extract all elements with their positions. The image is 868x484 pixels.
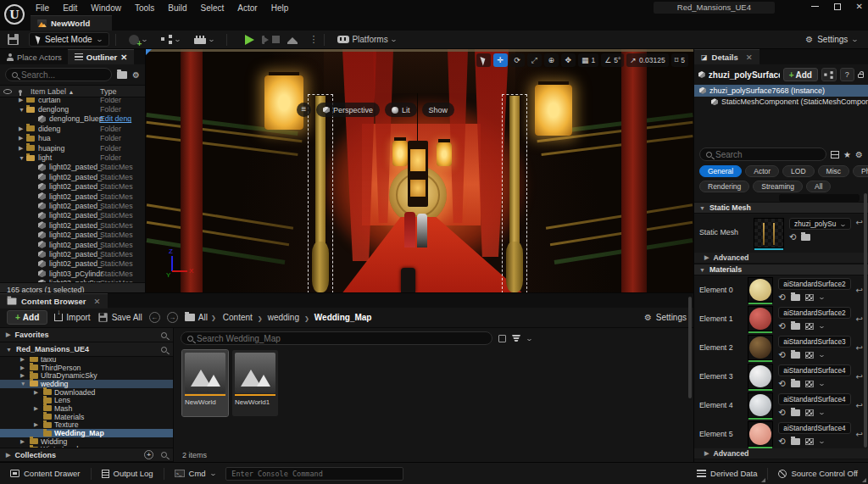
material-combobox[interactable]: aiStandardSurface4 [778, 393, 850, 405]
surface-snap-toggle[interactable]: ✥ [561, 53, 576, 67]
chevron-down-icon[interactable]: ⌄ [817, 437, 825, 445]
material-options-icon[interactable] [805, 409, 814, 416]
outliner-row[interactable]: ▼ denglong Folder [0, 104, 145, 114]
static-mesh-thumbnail[interactable] [754, 218, 784, 248]
outliner-row[interactable]: light02_pasted_ StaticMes [0, 163, 145, 172]
outliner-row[interactable]: light03_polySur StaticMes [0, 278, 145, 282]
folder-tree-row[interactable]: Lens [0, 396, 173, 404]
help-button[interactable]: ? [840, 68, 855, 81]
close-button[interactable]: ✕ [856, 2, 863, 11]
scale-snap-toggle[interactable]: ↗0.03125 [626, 53, 668, 67]
save-icon[interactable] [8, 34, 19, 45]
material-thumbnail[interactable] [748, 392, 773, 418]
add-component-button[interactable]: +Add [783, 68, 818, 81]
reset-property-icon[interactable]: ↩ [856, 218, 863, 248]
viewport[interactable]: ≡ Perspective Lit Show ✛ ⟳ ⤢ ⊕ ✥ ▦1 ∠5° … [146, 49, 693, 292]
unreal-logo-icon[interactable]: U [4, 4, 25, 25]
outliner-row[interactable]: denglong_Bluep Edit deng [0, 114, 145, 124]
asset-tile[interactable]: NewWorld [182, 350, 228, 416]
play-options-icon[interactable]: ⋮ [309, 34, 318, 45]
expand-arrow-icon[interactable]: ▶ [19, 145, 26, 152]
outliner-row[interactable]: light02_pasted_ StaticMes [0, 211, 145, 220]
component-row[interactable]: StaticMeshComponent (StaticMeshComponent… [694, 97, 868, 108]
expand-arrow-icon[interactable]: ▼ [19, 107, 26, 113]
expand-arrow-icon[interactable]: ▶ [20, 446, 27, 448]
add-asset-button[interactable]: +Add [7, 310, 47, 325]
outliner-row[interactable]: light02_pasted_ StaticMes [0, 192, 145, 201]
breadcrumb-item[interactable]: wedding [268, 313, 309, 322]
toolbar-settings-dropdown[interactable]: ⚙ Settings ⌄ [805, 35, 858, 44]
reset-property-icon[interactable]: ↩ [856, 314, 863, 324]
cmd-dropdown[interactable]: >_ Cmd ⌄ [164, 463, 226, 484]
type-column-header[interactable]: Type [100, 87, 117, 96]
folder-tree-row[interactable]: ▶ Mash [0, 404, 173, 413]
back-button[interactable]: ← [149, 312, 160, 323]
menu-item[interactable]: File [36, 3, 49, 13]
folder-tree-row[interactable]: ▶ UltraDynamicSky [0, 371, 173, 380]
outliner-row[interactable]: ▶ huaping Folder [0, 143, 145, 153]
use-selected-asset-icon[interactable]: ⟲ [778, 292, 785, 302]
outliner-row[interactable]: ▶ dideng Folder [0, 124, 145, 133]
folder-tree-row[interactable]: Wedding_Map [0, 429, 173, 437]
expand-arrow-icon[interactable]: ▶ [20, 438, 27, 445]
minimize-button[interactable] [811, 6, 819, 7]
material-thumbnail[interactable] [748, 335, 773, 360]
outliner-row[interactable]: light02_pasted_ StaticMes [0, 201, 145, 210]
filter-tab[interactable]: LOD [782, 165, 814, 177]
skip-button[interactable] [262, 36, 264, 44]
pin-column-icon[interactable] [19, 90, 22, 93]
show-dropdown[interactable]: Show [422, 103, 455, 117]
forward-button[interactable]: → [167, 312, 178, 323]
outliner-row[interactable]: ▶ curtain Folder [0, 97, 145, 104]
use-selected-asset-icon[interactable]: ⟲ [778, 379, 785, 388]
filter-tab[interactable]: Misc [818, 165, 849, 177]
material-combobox[interactable]: aiStandardSurface2 [778, 278, 850, 290]
material-options-icon[interactable] [805, 438, 814, 445]
tab-outliner[interactable]: Outliner ✕ [68, 49, 134, 64]
new-folder-icon[interactable] [117, 71, 127, 79]
menu-item[interactable]: Window [91, 3, 121, 13]
project-root-section[interactable]: ▼Red_Mansions_UE4 [0, 342, 173, 357]
expand-arrow-icon[interactable]: ▼ [19, 155, 26, 161]
filter-tab[interactable]: General [699, 165, 742, 177]
favorites-section[interactable]: ▶Favorites [0, 328, 173, 342]
material-options-icon[interactable] [805, 352, 814, 359]
expand-arrow-icon[interactable]: ▶ [34, 405, 41, 412]
actor-instance-row[interactable]: zhuzi_polySurface7668 (Instance) [694, 85, 868, 97]
cinematics-dropdown[interactable]: ⌄ [194, 36, 214, 44]
reset-property-icon[interactable]: ↩ [856, 430, 863, 439]
world-space-toggle[interactable]: ⊕ [544, 53, 559, 67]
menu-item[interactable]: Select [201, 3, 225, 13]
source-control-button[interactable]: Source Control Off [768, 463, 868, 484]
material-options-icon[interactable] [805, 323, 814, 330]
viewport-menu-icon[interactable]: ≡ [297, 103, 311, 117]
viewport-corner-handle[interactable] [146, 49, 152, 55]
browse-to-asset-icon[interactable] [791, 323, 800, 330]
advanced-expander[interactable]: ▶Advanced [694, 448, 868, 459]
search-icon[interactable] [161, 452, 167, 458]
content-browser-settings[interactable]: ⚙ Settings [644, 313, 687, 322]
outliner-row[interactable]: light02_pasted_ StaticMes [0, 220, 145, 230]
select-tool[interactable] [476, 53, 491, 67]
reset-property-icon[interactable]: ↩ [856, 401, 863, 410]
browse-to-asset-icon[interactable] [791, 409, 800, 416]
add-collection-icon[interactable]: + [144, 450, 153, 459]
menu-item[interactable]: Actor [237, 3, 257, 13]
outliner-row[interactable]: light02_pasted_ StaticMes [0, 230, 145, 239]
chevron-down-icon[interactable]: ⌄ [817, 380, 825, 387]
breadcrumb-item[interactable]: Wedding_Map [314, 313, 372, 322]
search-icon[interactable] [161, 347, 167, 353]
details-settings-icon[interactable]: ⚙ [855, 150, 863, 159]
material-options-icon[interactable] [805, 294, 814, 301]
reset-property-icon[interactable]: ↩ [856, 372, 863, 381]
close-tab-icon[interactable]: ✕ [94, 297, 101, 306]
folder-tree-row[interactable]: ▶ Downloaded [0, 388, 173, 397]
blueprints-dropdown[interactable]: ⌄ [161, 35, 181, 44]
filter-tab[interactable]: Physics [853, 165, 868, 177]
close-tab-icon[interactable]: ✕ [746, 53, 753, 62]
static-mesh-section-header[interactable]: ▼Static Mesh [694, 202, 868, 214]
chevron-down-icon[interactable]: ⌄ [817, 293, 825, 301]
material-thumbnail[interactable] [748, 364, 773, 389]
selected-pillar-right[interactable] [504, 96, 526, 292]
collections-section[interactable]: ▶Collections + [0, 448, 173, 462]
